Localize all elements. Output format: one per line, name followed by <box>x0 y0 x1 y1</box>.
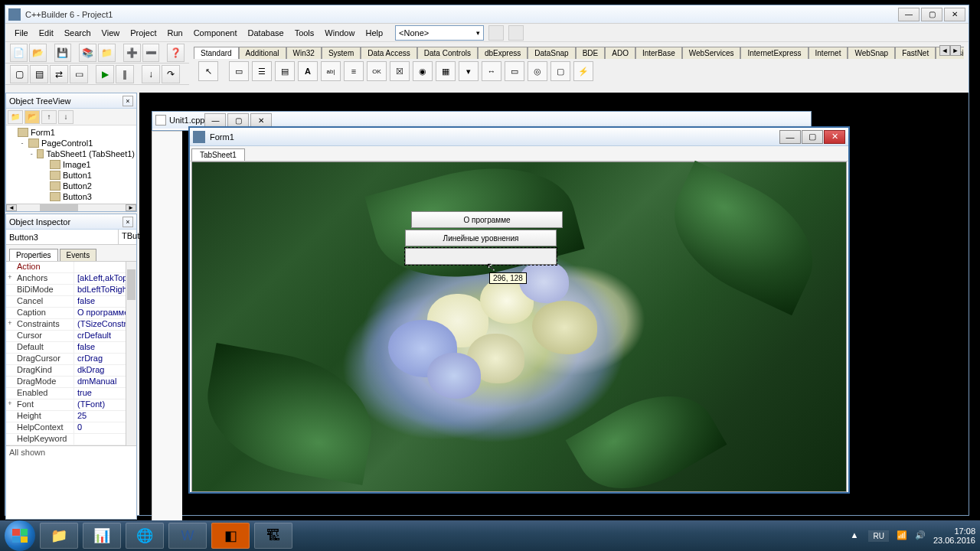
palette-tab-dbexpress[interactable]: dbExpress <box>478 47 528 59</box>
memo-icon[interactable]: ≡ <box>344 61 364 81</box>
system-clock[interactable]: 17:08 23.06.2016 <box>933 527 975 545</box>
palette-tab-win32[interactable]: Win32 <box>286 47 322 59</box>
treeview-close-icon[interactable]: × <box>122 96 133 106</box>
add-button[interactable]: ➕ <box>123 44 141 62</box>
taskbar-app1[interactable]: 📊 <box>83 523 121 549</box>
property-row[interactable]: DragModedmManual <box>6 377 136 388</box>
property-row[interactable]: BiDiModebdLeftToRigh <box>6 285 136 296</box>
trace-into-button[interactable]: ↓ <box>142 65 160 83</box>
checkbox-icon[interactable]: ☒ <box>390 61 410 81</box>
property-row[interactable]: Cancelfalse <box>6 296 136 308</box>
maximize-button[interactable]: ▢ <box>921 8 942 21</box>
taskbar-app3[interactable]: ◧ <box>211 523 250 549</box>
menu-view[interactable]: View <box>97 27 125 39</box>
scroll-left-icon[interactable]: ◄ <box>6 204 17 211</box>
menu-edit[interactable]: Edit <box>34 27 58 39</box>
palette-next-icon[interactable]: ► <box>950 45 961 56</box>
palette-tab-internetexpress[interactable]: InternetExpress <box>740 47 808 59</box>
palette-tab-webservices[interactable]: WebServices <box>682 47 741 59</box>
form-close-button[interactable]: ✕ <box>824 130 845 144</box>
tree-item[interactable]: Button3 <box>6 191 136 202</box>
tree-item[interactable]: Form1 <box>6 127 136 138</box>
view-unit-button[interactable]: ▤ <box>30 65 48 83</box>
treeview-btn1[interactable]: 📁 <box>8 110 23 124</box>
menu-file[interactable]: File <box>10 27 33 39</box>
open-button[interactable]: 📂 <box>29 44 47 62</box>
pause-button[interactable]: ‖ <box>116 65 134 83</box>
props-vscroll[interactable] <box>126 262 136 445</box>
palette-prev-icon[interactable]: ◄ <box>939 45 950 56</box>
taskbar-cppbuilder[interactable]: 🏗 <box>254 523 292 549</box>
property-row[interactable]: DragKinddkDrag <box>6 365 136 377</box>
new-form-button[interactable]: ▭ <box>70 65 88 83</box>
listbox-icon[interactable]: ▦ <box>436 61 456 81</box>
property-row[interactable]: CaptionО программе <box>6 308 136 319</box>
property-row[interactable]: Defaultfalse <box>6 342 136 354</box>
popupmenu-icon[interactable]: ▤ <box>275 61 295 81</box>
taskbar-app2[interactable]: 🌐 <box>126 523 164 549</box>
property-row[interactable]: +Constraints(TSizeConstra <box>6 319 136 331</box>
mainmenu-icon[interactable]: ☰ <box>252 61 272 81</box>
close-button[interactable]: ✕ <box>944 8 965 21</box>
property-row[interactable]: +Font(TFont) <box>6 399 136 411</box>
panel-icon[interactable]: ▢ <box>550 61 570 81</box>
inspector-object-select[interactable] <box>6 230 118 244</box>
property-row[interactable]: Action <box>6 262 136 273</box>
property-row[interactable]: DragCursorcrDrag <box>6 354 136 365</box>
tray-volume-icon[interactable]: 🔊 <box>915 530 926 541</box>
menu-project[interactable]: Project <box>126 27 161 39</box>
palette-tab-standard[interactable]: Standard <box>194 47 239 59</box>
tool-icon-2[interactable] <box>508 25 524 41</box>
radiobutton-icon[interactable]: ◉ <box>413 61 433 81</box>
palette-tab-additional[interactable]: Additional <box>239 47 286 59</box>
ide-titlebar[interactable]: C++Builder 6 - Project1 — ▢ ✕ <box>5 5 969 24</box>
open-project-button[interactable]: 📁 <box>98 44 116 62</box>
tray-icon-1[interactable]: ▲ <box>850 530 861 541</box>
property-row[interactable]: HelpContext0 <box>6 422 136 434</box>
scrollbar-icon[interactable]: ↔ <box>482 61 501 81</box>
tree-item[interactable]: -PageControl1 <box>6 138 136 148</box>
language-indicator[interactable]: RU <box>868 530 888 542</box>
palette-tab-internet[interactable]: Internet <box>808 47 848 59</box>
tab-properties[interactable]: Properties <box>9 249 58 261</box>
palette-tab-datasnap[interactable]: DataSnap <box>528 47 575 59</box>
tree-item[interactable]: Button2 <box>6 181 136 191</box>
button-icon[interactable]: OK <box>367 61 387 81</box>
property-row[interactable]: Enabledtrue <box>6 388 136 399</box>
editor-min-button[interactable]: — <box>204 113 226 127</box>
radiogroup-icon[interactable]: ◎ <box>528 61 547 81</box>
treeview-btn2[interactable]: 📂 <box>24 110 40 124</box>
palette-tab-datacontrols[interactable]: Data Controls <box>417 47 478 59</box>
menu-window[interactable]: Window <box>320 27 359 39</box>
arrow-tool-icon[interactable]: ↖ <box>198 61 218 81</box>
inspector-close-icon[interactable]: × <box>122 217 133 227</box>
tree-item[interactable]: -TabSheet1 (TabSheet1) <box>6 148 136 159</box>
properties-grid[interactable]: Action+Anchors[akLeft,akTopBiDiModebdLef… <box>6 262 136 445</box>
object-tree[interactable]: Form1-PageControl1-TabSheet1 (TabSheet1)… <box>6 126 136 204</box>
edit-icon[interactable]: ab| <box>321 61 341 81</box>
property-row[interactable]: CursorcrDefault <box>6 331 136 342</box>
tray-network-icon[interactable]: 📶 <box>897 530 907 541</box>
tree-item[interactable]: Image1 <box>6 159 136 170</box>
property-row[interactable]: +Anchors[akLeft,akTop <box>6 273 136 285</box>
save-button[interactable]: 💾 <box>54 44 72 62</box>
toggle-button[interactable]: ⇄ <box>50 65 68 83</box>
taskbar-explorer[interactable]: 📁 <box>40 523 78 549</box>
new-button[interactable]: 📄 <box>10 44 28 62</box>
property-row[interactable]: HelpKeyword <box>6 434 136 445</box>
form-maximize-button[interactable]: ▢ <box>802 130 823 144</box>
save-all-button[interactable]: 📚 <box>79 44 96 62</box>
tree-item[interactable]: Button1 <box>6 170 136 181</box>
form-designer-window[interactable]: Form1 — ▢ ✕ TabSheet1 О программе Линейн <box>188 126 850 494</box>
menu-run[interactable]: Run <box>162 27 187 39</box>
menu-component[interactable]: Component <box>189 27 242 39</box>
palette-tab-websnap[interactable]: WebSnap <box>848 47 895 59</box>
form-minimize-button[interactable]: — <box>779 130 801 144</box>
palette-tab-fastnet[interactable]: FastNet <box>895 47 936 59</box>
tab-events[interactable]: Events <box>60 249 97 261</box>
remove-button[interactable]: ➖ <box>142 44 160 62</box>
palette-tab-ado[interactable]: ADO <box>605 47 635 59</box>
palette-tab-dataaccess[interactable]: Data Access <box>361 47 417 59</box>
button3[interactable] <box>405 248 557 265</box>
palette-tab-bde[interactable]: BDE <box>576 47 606 59</box>
